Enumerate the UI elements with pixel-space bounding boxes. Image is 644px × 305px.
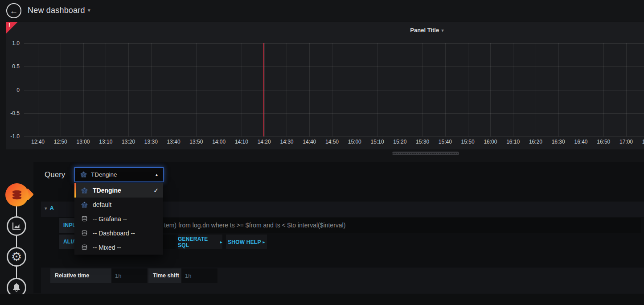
gridline-vertical bbox=[603, 43, 604, 136]
x-axis-tick-label: 16:00 bbox=[480, 139, 500, 145]
sidebar-connector-line bbox=[16, 195, 17, 288]
datasource-option-label: default bbox=[93, 201, 159, 208]
datasource-option-dashboard[interactable]: -- Dashboard -- bbox=[74, 226, 163, 240]
tdengine-icon bbox=[81, 202, 88, 208]
current-time-red-line bbox=[263, 43, 264, 136]
gridline-vertical bbox=[219, 43, 219, 136]
y-axis-tick-label: -0.5 bbox=[6, 110, 20, 116]
area-chart-icon bbox=[11, 221, 22, 231]
x-axis-tick-label: 14:40 bbox=[299, 139, 319, 145]
gridline-vertical bbox=[377, 43, 378, 136]
x-axis-tick-label: 16:10 bbox=[503, 139, 523, 145]
relative-time-input[interactable] bbox=[111, 268, 147, 283]
tdengine-icon bbox=[81, 187, 88, 194]
gridline-vertical bbox=[309, 43, 310, 136]
query-section-label: Query bbox=[45, 170, 65, 179]
caret-up-icon: ▲ bbox=[155, 173, 159, 177]
gridline-vertical bbox=[242, 43, 242, 136]
datasource-option-label: -- Mixed -- bbox=[93, 244, 159, 251]
x-axis-tick-label: 13:20 bbox=[119, 139, 138, 145]
input-sql-field[interactable]: tem) from log.dn where ts >= $from and t… bbox=[107, 218, 641, 233]
gridline-vertical bbox=[151, 43, 152, 136]
gridline-horizontal bbox=[24, 113, 644, 114]
back-button[interactable]: ← bbox=[6, 3, 21, 18]
caret-right-icon: ▸ bbox=[220, 239, 222, 244]
query-ref-id: A bbox=[50, 205, 54, 211]
x-axis-tick-label: 13:30 bbox=[141, 139, 161, 145]
x-axis-tick-label: 12:40 bbox=[28, 139, 48, 145]
check-icon: ✓ bbox=[153, 187, 159, 194]
database-icon bbox=[81, 216, 88, 223]
caret-right-icon: ▸ bbox=[263, 239, 265, 244]
x-axis-tick-label: 13:40 bbox=[164, 139, 184, 145]
arrow-left-icon: ← bbox=[10, 7, 18, 15]
time-shift-input[interactable] bbox=[181, 268, 217, 283]
datasource-option-default[interactable]: default bbox=[74, 198, 163, 212]
y-axis-tick-label: -1.0 bbox=[6, 133, 20, 140]
gridline-vertical bbox=[264, 43, 265, 136]
show-help-button[interactable]: SHOW HELP ▸ bbox=[226, 235, 267, 249]
database-icon bbox=[81, 244, 88, 251]
panel-resize-handle[interactable] bbox=[392, 152, 459, 155]
gridline-vertical bbox=[558, 43, 559, 136]
datasource-option-label: -- Grafana -- bbox=[93, 215, 159, 223]
gridline-vertical bbox=[106, 43, 106, 136]
chevron-down-icon: ▾ bbox=[88, 7, 90, 13]
x-axis-tick-label: 15:00 bbox=[345, 139, 365, 145]
y-axis-tick-label: 0.5 bbox=[6, 63, 20, 70]
datasource-dropdown-menu: TDengine✓default-- Grafana ---- Dashboar… bbox=[74, 183, 163, 255]
gridline-vertical bbox=[38, 43, 38, 136]
x-axis-tick-label: 12:50 bbox=[51, 139, 70, 145]
gridline-vertical bbox=[83, 43, 84, 136]
sidebar-tab-queries[interactable] bbox=[5, 183, 29, 206]
gridline-vertical bbox=[445, 43, 446, 136]
y-axis-tick-label: 1.0 bbox=[6, 40, 20, 46]
datasource-select[interactable]: TDengine ▲ bbox=[74, 167, 164, 182]
gridline-vertical bbox=[355, 43, 355, 136]
time-shift-label: Time shift bbox=[148, 268, 181, 283]
gridline-vertical bbox=[128, 43, 129, 136]
x-axis-tick-label: 15:10 bbox=[368, 139, 387, 145]
x-axis-tick-label: 14:30 bbox=[277, 139, 296, 145]
y-axis-tick-label: 0 bbox=[6, 87, 20, 93]
sidebar-tab-visualization[interactable] bbox=[7, 216, 26, 236]
gridline-horizontal bbox=[24, 90, 644, 91]
tdengine-icon bbox=[80, 171, 87, 178]
generate-sql-button[interactable]: GENERATE SQL ▸ bbox=[178, 235, 222, 249]
x-axis-tick-label: 15:30 bbox=[413, 139, 432, 145]
gridline-vertical bbox=[61, 43, 61, 136]
gridline-horizontal bbox=[24, 66, 644, 67]
x-axis-tick-label: 13:50 bbox=[186, 139, 206, 145]
show-help-label: SHOW HELP bbox=[228, 239, 261, 245]
dashboard-title[interactable]: New dashboard▾ bbox=[28, 6, 90, 15]
gridline-vertical bbox=[287, 43, 287, 136]
x-axis-tick-label: 15:40 bbox=[435, 139, 455, 145]
gridline-vertical bbox=[626, 43, 627, 136]
x-axis-tick-label: 13:00 bbox=[74, 139, 93, 145]
gridline-vertical bbox=[332, 43, 332, 136]
bell-icon bbox=[12, 283, 21, 293]
x-axis-tick-label: 16:50 bbox=[594, 139, 613, 145]
datasource-option-mixed[interactable]: -- Mixed -- bbox=[74, 240, 163, 255]
relative-time-label: Relative time bbox=[50, 268, 111, 283]
generate-sql-label: GENERATE SQL bbox=[178, 236, 218, 248]
footer-strip bbox=[0, 294, 644, 305]
dashboard-panel: ! Panel Title▾ 1.00.50-0.5-1.012:4012:50… bbox=[6, 22, 644, 149]
database-icon bbox=[81, 230, 88, 237]
gridline-vertical bbox=[174, 43, 174, 136]
x-axis-tick-label: 14:10 bbox=[232, 139, 251, 145]
gridline-vertical bbox=[490, 43, 491, 136]
x-axis-tick-label: 16:40 bbox=[571, 139, 591, 145]
sidebar-tab-general[interactable]: ⚙ bbox=[7, 247, 26, 267]
x-axis-tick-label: 17:00 bbox=[616, 139, 636, 145]
sql-query-text: tem) from log.dn where ts >= $from and t… bbox=[164, 218, 641, 233]
datasource-option-label: -- Dashboard -- bbox=[93, 230, 159, 237]
query-row-toggle[interactable]: ▾A bbox=[45, 205, 54, 211]
x-axis-tick-label: 16:30 bbox=[549, 139, 568, 145]
datasource-option-grafana[interactable]: -- Grafana -- bbox=[74, 212, 163, 226]
x-axis-tick-label: 16:20 bbox=[526, 139, 546, 145]
top-navbar: ← New dashboard▾ bbox=[0, 0, 644, 21]
gridline-vertical bbox=[536, 43, 536, 136]
datasource-option-tdengine[interactable]: TDengine✓ bbox=[74, 183, 163, 198]
x-axis-tick-label: 17:10 bbox=[639, 139, 644, 145]
